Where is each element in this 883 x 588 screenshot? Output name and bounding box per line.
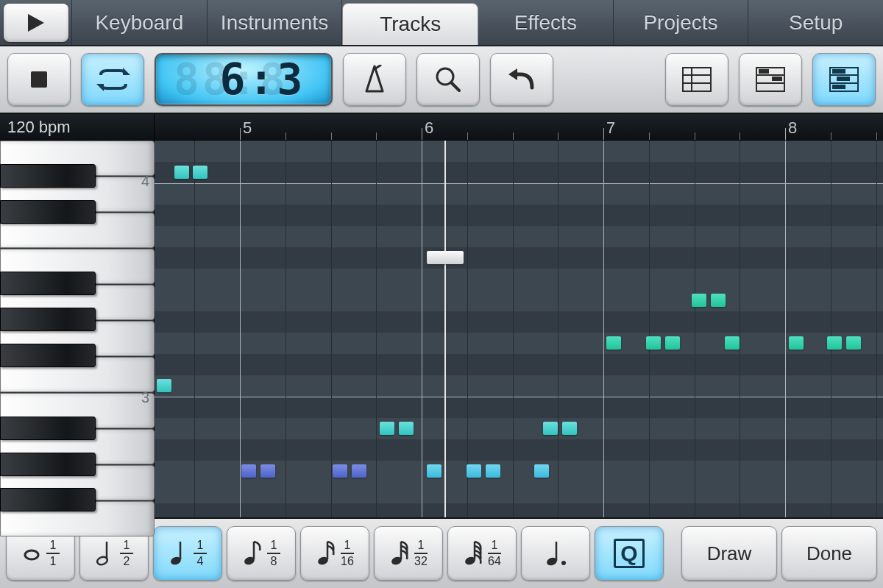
note[interactable] [174,166,189,179]
metronome-icon [362,65,387,94]
tab-instruments[interactable]: Instruments [208,0,343,45]
ruler-bar-number: 8 [788,118,797,138]
note[interactable] [427,464,442,478]
tab-projects[interactable]: Projects [614,0,749,45]
note[interactable] [352,464,366,478]
note[interactable] [606,336,621,350]
note[interactable] [711,294,726,307]
note-value-1-8[interactable]: 18 [227,526,296,581]
lcd-value: 6:3 [220,54,306,105]
octave-label: 3 [141,389,149,406]
track-view-icon [756,67,785,92]
tab-setup[interactable]: Setup [748,0,883,45]
note-glyph-icon [95,539,116,568]
note[interactable] [665,336,680,350]
note[interactable] [241,464,256,478]
metronome-button[interactable] [343,53,406,106]
note-value-1-64[interactable]: 164 [447,526,517,581]
note[interactable] [789,336,804,350]
note[interactable] [157,379,171,392]
quantize-button[interactable]: Q [595,526,664,581]
tab-tracks[interactable]: Tracks [342,3,478,45]
svg-rect-16 [772,77,782,81]
note[interactable] [260,464,275,478]
svg-marker-0 [28,14,44,32]
note[interactable] [846,336,861,350]
lcd-display[interactable]: 88:8 6:3 [155,53,333,106]
svg-rect-22 [832,85,845,89]
note[interactable] [380,422,394,435]
svg-marker-7 [508,68,517,80]
svg-point-38 [561,561,566,565]
note[interactable] [562,422,577,435]
note[interactable] [427,251,464,264]
play-icon [26,13,46,33]
undo-button[interactable] [490,53,553,106]
stop-button[interactable] [7,53,71,106]
play-button[interactable] [4,4,68,42]
note-grid[interactable] [155,141,883,517]
note-value-1-4[interactable]: 14 [153,526,222,581]
note-glyph-icon [316,539,336,568]
piano-keys[interactable]: 43 [0,141,155,517]
draw-button[interactable]: Draw [681,526,777,581]
note-value-fraction: 14 [194,539,207,567]
note-value-1-16[interactable]: 116 [300,526,369,581]
stop-icon [31,71,47,88]
note-value-fraction: 12 [120,539,133,567]
black-key[interactable] [0,272,96,295]
dotted-button[interactable] [521,526,590,581]
done-button[interactable]: Done [781,526,877,581]
note[interactable] [333,464,347,478]
ruler-bar-number: 7 [606,118,615,138]
view-song-button[interactable] [665,53,728,106]
black-key[interactable] [0,344,96,367]
note[interactable] [725,336,740,350]
view-pianoroll-button[interactable] [812,53,876,106]
octave-label: 4 [141,173,149,190]
view-track-button[interactable] [739,53,802,106]
black-key[interactable] [0,488,96,511]
tab-effects[interactable]: Effects [478,0,614,45]
black-key[interactable] [0,164,96,188]
playhead[interactable] [444,141,446,517]
dotted-note-icon [543,539,568,568]
note-glyph-icon [389,539,410,568]
note[interactable] [827,336,842,350]
loop-button[interactable] [81,53,144,106]
zoom-button[interactable] [416,53,480,106]
svg-line-6 [451,82,459,91]
black-key[interactable] [0,308,96,331]
black-key[interactable] [0,417,96,440]
note-glyph-icon [242,539,263,568]
svg-rect-8 [683,68,711,91]
tab-keyboard[interactable]: Keyboard [72,0,208,45]
note-value-1-32[interactable]: 132 [374,526,443,581]
svg-point-25 [96,556,109,566]
note[interactable] [193,166,208,179]
black-key[interactable] [0,200,96,224]
note-value-fraction: 18 [267,539,280,567]
ruler-bar-number: 6 [425,118,433,138]
ruler-grid[interactable]: 5678 [155,114,883,140]
grid-view-icon [682,67,712,92]
pianoroll-view-icon [829,67,859,92]
undo-icon [507,67,536,92]
note[interactable] [467,464,481,478]
tempo-label[interactable]: 120 bpm [0,114,155,140]
note[interactable] [543,422,558,435]
svg-marker-1 [123,68,130,75]
note-glyph-icon [463,539,483,568]
note[interactable] [534,464,549,478]
note[interactable] [692,294,706,307]
note[interactable] [646,336,661,350]
note[interactable] [486,464,500,478]
toolbar: 88:8 6:3 [0,46,883,114]
svg-rect-21 [837,77,850,81]
note[interactable] [399,422,414,435]
svg-marker-3 [366,66,383,91]
black-key[interactable] [0,453,96,476]
timeline-ruler[interactable]: 120 bpm 5678 [0,114,883,141]
piano-roll: 43 [0,141,883,517]
play-cell [0,0,72,45]
